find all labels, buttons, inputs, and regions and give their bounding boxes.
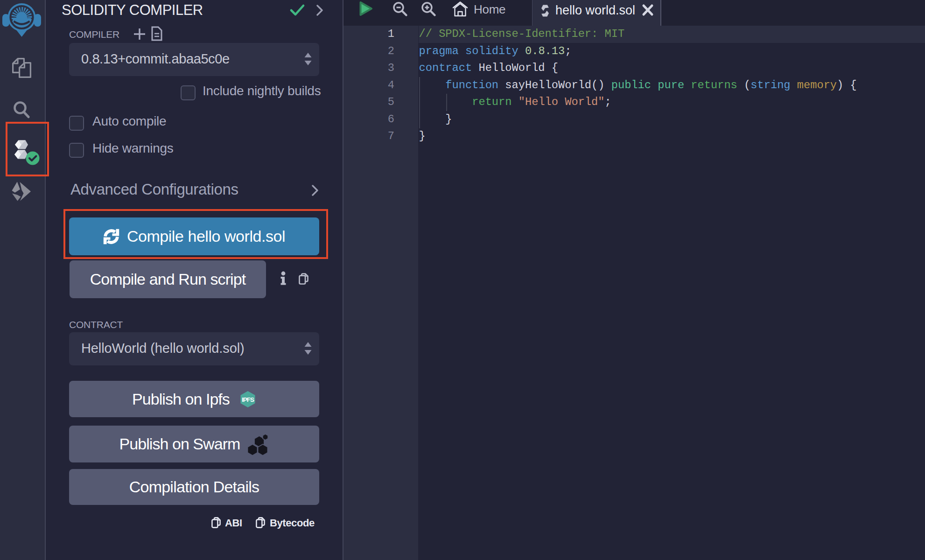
svg-text:IPFS: IPFS [242,396,254,403]
